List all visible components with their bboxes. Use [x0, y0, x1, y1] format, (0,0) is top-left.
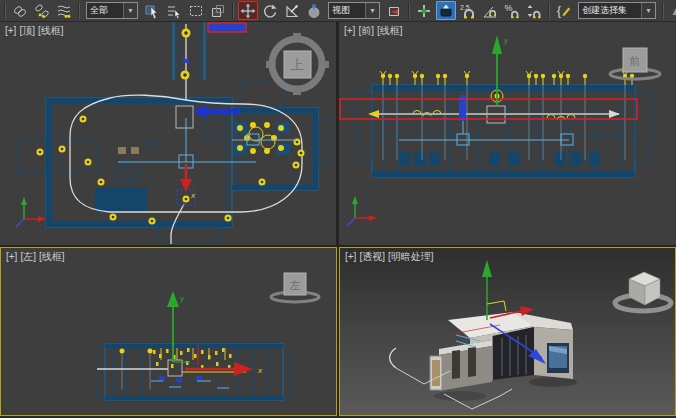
select-and-move-icon — [240, 3, 256, 19]
viewcube[interactable] — [615, 272, 671, 311]
viewport-left-label: [+][左][线框] — [6, 250, 68, 264]
svg-text:上: 上 — [291, 57, 304, 72]
angle-snap-icon — [482, 3, 498, 19]
select-and-move-button[interactable] — [238, 1, 258, 20]
world-axis-tripod — [16, 197, 46, 227]
viewport-front-label: [+][前][线框] — [344, 24, 406, 38]
main-toolbar: 全部▼ 视图▼ 2.5 % { 创建选择集▼ — [0, 0, 676, 22]
viewport-menu-button[interactable]: [+] — [6, 251, 17, 262]
select-and-scale-icon — [284, 3, 300, 19]
viewport-menu-button[interactable]: [+] — [344, 25, 355, 36]
select-and-place-button[interactable] — [304, 1, 324, 20]
camera-path-edge — [368, 110, 620, 118]
viewport-shading-button[interactable]: [线框] — [377, 25, 403, 36]
viewcube[interactable]: 前 — [610, 48, 660, 79]
world-axis-tripod — [347, 196, 377, 226]
percent-snap-button[interactable]: % — [502, 1, 522, 20]
select-and-rotate-button[interactable] — [260, 1, 280, 20]
select-and-scale-button[interactable] — [282, 1, 302, 20]
angle-snap-button[interactable] — [480, 1, 500, 20]
spinner-snap-button[interactable] — [524, 1, 544, 20]
toolbar-separator — [4, 3, 6, 19]
edit-named-selection-sets-icon: { — [556, 3, 572, 19]
window-crossing-icon — [210, 3, 226, 19]
viewport-view-button[interactable]: [顶] — [19, 25, 35, 36]
viewport-menu-button[interactable]: [+] — [5, 25, 16, 36]
reference-coordinate-system-value: 视图 — [332, 4, 363, 17]
viewport-shading-button[interactable]: [明暗处理] — [388, 251, 434, 262]
shaded-model — [430, 312, 577, 401]
mirror-button[interactable] — [668, 1, 676, 20]
viewport-perspective[interactable]: [+][透视][明暗处理] — [339, 247, 676, 416]
viewport-left[interactable]: [+][左][线框] y x — [0, 247, 337, 416]
svg-text:%: % — [505, 3, 513, 13]
selection-filter-dropdown[interactable]: 全部▼ — [86, 2, 138, 19]
select-and-link-icon — [12, 3, 28, 19]
named-selection-sets-value: 创建选择集 — [582, 4, 639, 17]
ceiling-lights-cluster — [234, 122, 290, 155]
percent-snap-icon: % — [504, 3, 520, 19]
transform-gizmo[interactable]: y — [492, 35, 509, 106]
viewport-shading-button[interactable]: [线框] — [38, 25, 64, 36]
select-and-manipulate-button[interactable] — [414, 1, 434, 20]
snap-magnet-icon: 2.5 — [459, 3, 477, 19]
rectangular-selection-region-icon — [188, 3, 204, 19]
window-crossing-button[interactable] — [208, 1, 228, 20]
svg-text:y: y — [503, 36, 509, 45]
bind-to-space-warp-button[interactable] — [54, 1, 74, 20]
viewport-top-label: [+][顶][线框] — [5, 24, 67, 38]
use-pivot-point-center-button[interactable] — [384, 1, 404, 20]
viewcube[interactable]: 左 — [271, 273, 319, 302]
top-view-scene: x 上 — [0, 22, 336, 245]
select-object-button[interactable] — [142, 1, 162, 20]
toolbar-separator — [662, 3, 664, 19]
snap-toggle-button[interactable]: 2.5 — [458, 1, 478, 20]
viewport-menu-button[interactable]: [+] — [345, 251, 356, 262]
select-and-manipulate-icon — [416, 3, 432, 19]
select-and-link-button[interactable] — [10, 1, 30, 20]
camera-path-spline — [70, 24, 305, 244]
viewport-front[interactable]: [+][前][线框] — [339, 22, 676, 245]
unlink-selection-icon — [34, 3, 50, 19]
toolbar-separator — [78, 3, 80, 19]
left-view-scene: y x 左 — [1, 248, 336, 415]
keyboard-shortcut-override-button[interactable] — [436, 1, 456, 20]
svg-text:x: x — [257, 366, 263, 375]
svg-text:y: y — [179, 294, 185, 303]
light-glyphs — [380, 71, 634, 85]
viewport-view-button[interactable]: [左] — [20, 251, 36, 262]
selection-filter-value: 全部 — [90, 4, 121, 17]
keyboard-override-icon — [438, 3, 454, 19]
chairs — [399, 152, 600, 166]
toolbar-separator — [548, 3, 550, 19]
chevron-down-icon: ▼ — [365, 3, 379, 18]
mirror-icon — [670, 3, 676, 19]
toolbar-separator — [408, 3, 410, 19]
unlink-selection-button[interactable] — [32, 1, 52, 20]
toolbar-separator — [232, 3, 234, 19]
transform-gizmo[interactable]: y x — [167, 291, 263, 376]
perspective-scene — [340, 248, 675, 415]
spinner-snap-icon — [526, 3, 542, 19]
path-direction-arrow — [193, 105, 240, 118]
viewport-view-button[interactable]: [前] — [358, 25, 374, 36]
transform-gizmo[interactable]: x — [180, 164, 196, 200]
chevron-down-icon: ▼ — [123, 3, 137, 18]
viewport-top[interactable]: [+][顶][线框] — [0, 22, 336, 245]
select-and-place-icon — [306, 3, 322, 19]
rectangular-selection-region-button[interactable] — [186, 1, 206, 20]
floor-plan-furniture — [60, 118, 220, 212]
svg-text:左: 左 — [290, 279, 301, 291]
svg-text:前: 前 — [629, 55, 641, 67]
use-pivot-point-center-icon — [386, 3, 402, 19]
reference-coordinate-system-dropdown[interactable]: 视图▼ — [328, 2, 380, 19]
viewcube[interactable]: 上 — [266, 33, 329, 95]
select-object-icon — [144, 3, 160, 19]
viewport-shading-button[interactable]: [线框] — [39, 251, 65, 262]
viewport-view-button[interactable]: [透视] — [359, 251, 385, 262]
select-by-name-button[interactable] — [164, 1, 184, 20]
selection-region-highlight — [340, 99, 637, 119]
named-selection-sets-dropdown[interactable]: 创建选择集▼ — [578, 2, 656, 19]
edit-named-selection-sets-button[interactable]: { — [554, 1, 574, 20]
select-and-rotate-icon — [262, 3, 278, 19]
